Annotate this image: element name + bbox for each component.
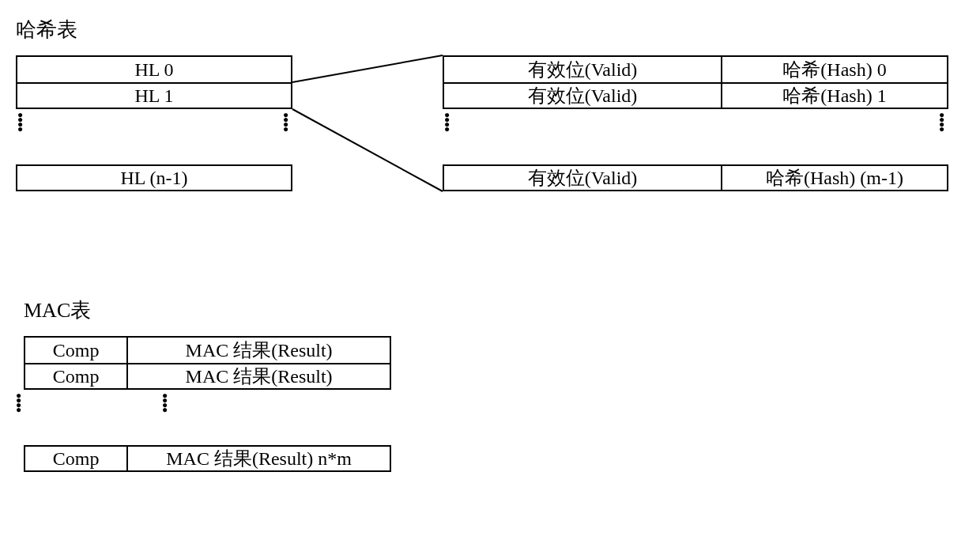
result-cell: MAC 结果(Result) n*m — [126, 445, 391, 472]
hash-table-right: 有效位(Valid) 哈希(Hash) 0 有效位(Valid) 哈希(Hash… — [443, 55, 948, 191]
hash-left-row-0: HL 0 — [16, 55, 292, 82]
comp-cell: Comp — [24, 445, 126, 472]
hash-right-row-last: 有效位(Valid) 哈希(Hash) (m-1) — [443, 164, 948, 191]
hash-left-row-1: HL 1 — [16, 82, 292, 109]
hash-table-title: 哈希表 — [16, 16, 77, 43]
mac-row-last: Comp MAC 结果(Result) n*m — [24, 445, 391, 472]
vdots-icon: ●●●● — [283, 112, 291, 161]
hash-cell: 哈希(Hash) 1 — [721, 82, 948, 109]
hash-cell: 哈希(Hash) (m-1) — [721, 164, 948, 191]
diagram-container: 哈希表 HL 0 HL 1 ●●●● ●●●● HL (n-1) 有效位(Val… — [16, 16, 964, 546]
mac-table-title: MAC表 — [24, 296, 91, 324]
comp-cell: Comp — [24, 336, 126, 363]
hash-cell: 哈希(Hash) 0 — [721, 55, 948, 82]
vdots-icon: ●●●● — [444, 112, 452, 161]
svg-line-0 — [292, 55, 443, 82]
vdots-icon: ●●●● — [162, 393, 170, 442]
hash-right-row-0: 有效位(Valid) 哈希(Hash) 0 — [443, 55, 948, 82]
valid-cell: 有效位(Valid) — [443, 55, 721, 82]
vdots-icon: ●●●● — [17, 112, 25, 161]
valid-cell: 有效位(Valid) — [443, 82, 721, 109]
vdots-icon: ●●●● — [16, 393, 24, 442]
mac-row-0: Comp MAC 结果(Result) — [24, 336, 391, 363]
hash-table-left: HL 0 HL 1 ●●●● ●●●● HL (n-1) — [16, 55, 292, 191]
mac-row-1: Comp MAC 结果(Result) — [24, 363, 391, 390]
result-cell: MAC 结果(Result) — [126, 336, 391, 363]
result-cell: MAC 结果(Result) — [126, 363, 391, 390]
svg-line-1 — [292, 109, 443, 191]
hash-right-row-1: 有效位(Valid) 哈希(Hash) 1 — [443, 82, 948, 109]
vdots-icon: ●●●● — [939, 112, 947, 161]
valid-cell: 有效位(Valid) — [443, 164, 721, 191]
comp-cell: Comp — [24, 363, 126, 390]
mac-table: Comp MAC 结果(Result) Comp MAC 结果(Result) … — [24, 336, 391, 472]
hash-left-row-last: HL (n-1) — [16, 164, 292, 191]
